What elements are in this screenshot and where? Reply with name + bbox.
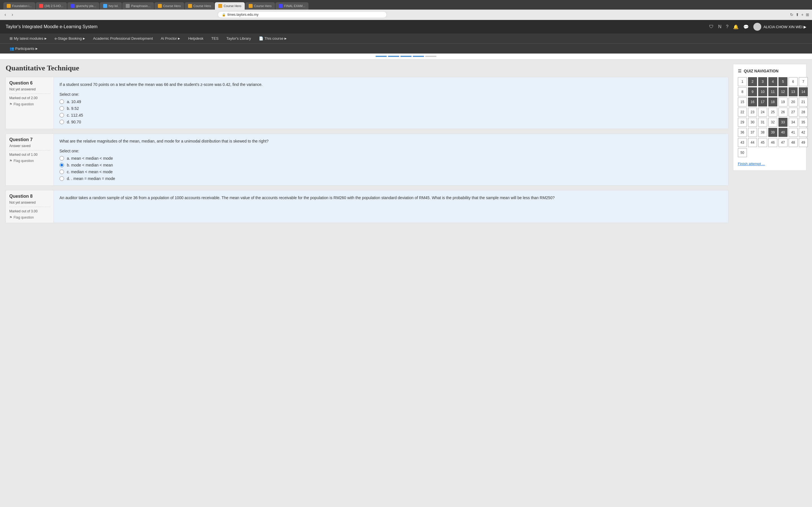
finish-attempt-link[interactable]: Finish attempt ...	[738, 162, 802, 166]
radio-7c[interactable]	[59, 170, 64, 174]
nav-num-30[interactable]: 30	[748, 118, 757, 127]
back-button[interactable]: ‹	[3, 11, 8, 18]
nav-num-28[interactable]: 28	[799, 108, 808, 117]
nav-num-45[interactable]: 45	[758, 138, 767, 147]
option-6d-label[interactable]: d. 90.70	[67, 120, 81, 124]
nav-num-19[interactable]: 19	[778, 98, 788, 107]
nav-num-39[interactable]: 39	[768, 128, 777, 137]
option-7a-label[interactable]: a. mean < median < mode	[67, 156, 113, 161]
nav-participants[interactable]: 👥 Participants ▶	[6, 44, 42, 54]
nav-num-7[interactable]: 7	[799, 77, 808, 86]
share-button[interactable]: ⬆	[796, 12, 799, 17]
user-menu[interactable]: ALICIA CHOW XIN WEI ▶	[753, 23, 806, 31]
tab-hey[interactable]: hey lol.	[100, 2, 122, 10]
tab-ch2[interactable]: Course Hero	[185, 2, 214, 10]
chat-icon[interactable]: 💬	[743, 24, 749, 30]
nav-num-34[interactable]: 34	[789, 118, 798, 127]
nav-num-36[interactable]: 36	[738, 128, 747, 137]
radio-7b[interactable]	[59, 163, 64, 167]
radio-6b[interactable]	[59, 106, 64, 111]
nav-num-8[interactable]: 8	[738, 87, 747, 96]
nav-num-46[interactable]: 46	[768, 138, 777, 147]
grid-button[interactable]: ⊞	[806, 12, 809, 17]
nav-num-25[interactable]: 25	[768, 108, 777, 117]
nav-num-31[interactable]: 31	[758, 118, 767, 127]
tab-foundation[interactable]: Foundation i...	[3, 2, 35, 10]
nav-num-13[interactable]: 13	[789, 87, 798, 96]
question-7-flag-button[interactable]: ⚑ Flag question	[9, 159, 34, 163]
nav-num-14[interactable]: 14	[799, 87, 808, 96]
nav-estage[interactable]: e-Stage Booking ▶	[51, 34, 89, 43]
nav-num-43[interactable]: 43	[738, 138, 747, 147]
nav-num-15[interactable]: 15	[738, 98, 747, 107]
nav-num-3[interactable]: 3	[758, 77, 767, 86]
nav-num-27[interactable]: 27	[789, 108, 798, 117]
nav-num-49[interactable]: 49	[799, 138, 808, 147]
nav-num-24[interactable]: 24	[758, 108, 767, 117]
nav-num-32[interactable]: 32	[768, 118, 777, 127]
tab-finalexam[interactable]: FINAL EXAM...	[275, 2, 308, 10]
nav-num-37[interactable]: 37	[748, 128, 757, 137]
option-6b-label[interactable]: b. 9.52	[67, 106, 79, 111]
tab-ch3-active[interactable]: Course Hero	[215, 2, 245, 10]
nav-num-6[interactable]: 6	[789, 77, 798, 86]
radio-6a[interactable]	[59, 100, 64, 104]
nav-num-12[interactable]: 12	[778, 87, 788, 96]
nav-thiscourse[interactable]: 📄 This course ▶	[255, 34, 291, 43]
nav-num-26[interactable]: 26	[778, 108, 788, 117]
tab-givenchy[interactable]: givenchy pla...	[67, 2, 99, 10]
nav-num-2[interactable]: 2	[748, 77, 757, 86]
option-6a-label[interactable]: a. 10.49	[67, 100, 81, 104]
nav-num-23[interactable]: 23	[748, 108, 757, 117]
nav-apd[interactable]: Academic Professional Development	[89, 34, 157, 43]
nav-num-11[interactable]: 11	[768, 87, 777, 96]
nav-num-42[interactable]: 42	[799, 128, 808, 137]
nav-num-22[interactable]: 22	[738, 108, 747, 117]
nav-num-16[interactable]: 16	[748, 98, 757, 107]
nav-num-20[interactable]: 20	[789, 98, 798, 107]
nav-num-47[interactable]: 47	[778, 138, 788, 147]
tab-25ho[interactable]: (34) 2.5-HO...	[36, 2, 67, 10]
option-7b-label[interactable]: b. mode < median < mean	[67, 163, 113, 167]
nav-num-1[interactable]: 1	[738, 77, 747, 86]
help-icon[interactable]: ?	[726, 24, 728, 29]
question-8-flag-button[interactable]: ⚑ Flag question	[9, 216, 34, 219]
forward-button[interactable]: ›	[10, 11, 15, 18]
nav-num-40[interactable]: 40	[778, 128, 788, 137]
nav-num-17[interactable]: 17	[758, 98, 767, 107]
option-7c-label[interactable]: c. median < mean < mode	[67, 170, 113, 174]
tab-ch4[interactable]: Course Hero	[245, 2, 275, 10]
address-bar[interactable]: 🔒 times.taylors.edu.my	[218, 11, 387, 18]
nav-num-35[interactable]: 35	[799, 118, 808, 127]
nav-aiproctor[interactable]: Ai Proctor ▶	[157, 34, 184, 43]
nav-modules[interactable]: ⊞ My latest modules ▶	[6, 34, 51, 43]
reload-button[interactable]: ↻	[790, 12, 794, 17]
radio-6d[interactable]	[59, 120, 64, 124]
new-tab-button[interactable]: +	[801, 12, 804, 17]
nav-num-10[interactable]: 10	[758, 87, 767, 96]
option-6c-label[interactable]: c. 112.45	[67, 113, 83, 117]
radio-6c[interactable]	[59, 113, 64, 117]
radio-7d[interactable]	[59, 176, 64, 181]
nav-num-18[interactable]: 18	[768, 98, 777, 107]
nav-num-41[interactable]: 41	[789, 128, 798, 137]
nav-num-38[interactable]: 38	[758, 128, 767, 137]
nav-num-4[interactable]: 4	[768, 77, 777, 86]
nav-num-48[interactable]: 48	[789, 138, 798, 147]
tab-paraphrase[interactable]: Paraphrasin...	[122, 2, 154, 10]
question-6-flag-button[interactable]: ⚑ Flag question	[9, 102, 34, 106]
nav-num-5[interactable]: 5	[778, 77, 788, 86]
nav-tes[interactable]: TES	[207, 34, 222, 43]
radio-7a[interactable]	[59, 156, 64, 161]
nav-num-29[interactable]: 29	[738, 118, 747, 127]
tab-ch1[interactable]: Course Hero	[154, 2, 184, 10]
nav-num-50[interactable]: 50	[738, 148, 747, 157]
nav-num-21[interactable]: 21	[799, 98, 808, 107]
option-7d-label[interactable]: d. . mean = median = mode	[67, 176, 115, 181]
nav-num-9[interactable]: 9	[748, 87, 757, 96]
nav-library[interactable]: Taylor's Library	[222, 34, 255, 43]
bell-icon[interactable]: 🔔	[733, 24, 739, 30]
nav-num-33[interactable]: 33	[778, 118, 788, 127]
nav-helpdesk[interactable]: Helpdesk	[184, 34, 207, 43]
nav-num-44[interactable]: 44	[748, 138, 757, 147]
